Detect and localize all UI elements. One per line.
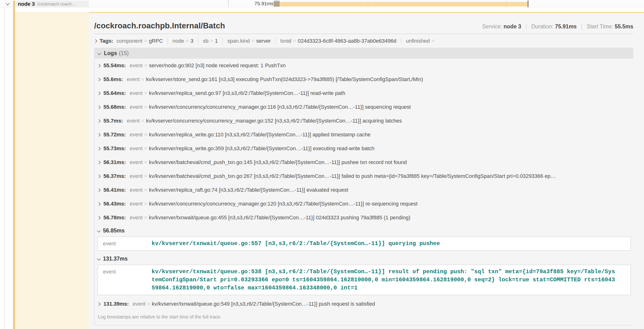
collapse-log-icon[interactable] [97,229,101,232]
log-entry[interactable]: 55.64ms: event = kv/kvserver/replica_sen… [94,86,633,100]
log-field-key: event [130,173,142,179]
span-color-bar [13,7,15,329]
expand-log-icon[interactable] [97,105,101,109]
log-entry[interactable]: 55.6ms: event = kv/kvserver/store_send.g… [94,72,633,86]
log-entry[interactable]: 56.37ms: event = kv/kvserver/batcheval/c… [94,169,633,183]
tag-item: span.kind=server [228,38,271,44]
log-equals-sign: = [144,214,147,221]
log-field-key: event [130,90,142,96]
expand-log-icon[interactable] [97,146,101,150]
log-timestamp: 56.41ms: [104,187,126,193]
collapse-log-icon[interactable] [97,257,101,260]
log-timestamp: 55.7ms: [104,118,123,124]
log-entry[interactable]: 56.78ms: event = kv/kvserver/txnwait/que… [94,211,633,224]
tags-section[interactable]: Tags: component=gRPC node=3 sb=1 span.ki… [94,38,633,44]
log-message: kv/kvserver/replica_write.go:359 [n3,s3,… [149,146,633,152]
log-timestamp: 131.39ms: [104,301,129,307]
info-separator: | [581,23,582,30]
expand-log-icon[interactable] [97,78,101,81]
info-separator: | [526,23,527,30]
log-field-key: event [130,159,142,166]
expand-log-icon[interactable] [97,302,101,306]
tag-separator [275,38,276,44]
tag-item: node=3 [172,38,193,44]
expand-log-icon[interactable] [97,216,101,220]
log-message: kv/kvserver/batcheval/cmd_push_txn.go:26… [149,173,633,179]
span-color-bar [13,1,15,7]
log-timestamp: 55.6ms: [104,76,123,82]
log-equals-sign: = [144,201,147,207]
logs-section: Logs (15) 55.54ms: event = server/node.g… [94,48,633,326]
log-entry[interactable]: 55.72ms: event = kv/kvserver/replica_wri… [94,128,633,142]
expand-log-icon[interactable] [97,188,101,192]
log-entry[interactable]: 55.7ms: event = kv/kvserver/concurrency/… [94,114,633,128]
log-fields-table: event kv/kvserver/txnwait/queue.go:538 [… [98,265,631,295]
expand-log-icon[interactable] [97,91,101,95]
log-entry[interactable]: 56.41ms: event = kv/kvserver/replica_raf… [94,183,633,197]
log-field-key: event [127,118,140,124]
log-entry-expanded: 56.85ms event kv/kvserver/txnwait/queue.… [94,224,633,251]
log-message: kv/kvserver/replica_write.go:110 [n3,s3,… [149,132,633,138]
span-detail-panel: /cockroach.roachpb.Internal/Batch Servic… [89,7,644,329]
log-timestamp: 55.64ms: [104,90,126,96]
log-tick-marks [274,1,280,7]
log-equals-sign: = [141,118,144,124]
logs-count: (15) [119,50,129,56]
span-row[interactable]: node 3 /cockroach.roach… 75.91ms [0,0,644,8]
duration-info: Duration: 75.91ms [531,23,577,30]
span-operation-name: /cockroach.roach… [37,2,76,7]
log-field-key: event [132,301,146,307]
span-name-tab[interactable]: node 3 /cockroach.roach… [15,1,89,7]
log-entry[interactable]: 55.68ms: event = kv/kvserver/concurrency… [94,100,633,114]
log-field-key: event [98,240,152,248]
log-equals-sign: = [144,132,147,138]
log-entry[interactable]: 56.43ms: event = kv/kvserver/concurrency… [94,197,633,211]
expand-log-icon[interactable] [97,174,101,178]
log-entry[interactable]: 131.39ms: event = kv/kvserver/txnwait/qu… [94,297,633,311]
log-message: kv/kvserver/replica_raft.go:74 [n3,s3,r6… [149,187,633,193]
log-timestamp: 55.73ms: [104,146,126,152]
log-equals-sign: = [141,76,144,82]
log-timestamp: 131.37ms [103,256,128,262]
expand-log-icon[interactable] [97,64,101,68]
selected-span-name-column[interactable] [15,12,89,329]
log-entry[interactable]: 55.54ms: event = server/node.go:902 [n3]… [94,59,633,72]
log-field-key: event [130,132,142,138]
log-field-value[interactable]: kv/kvserver/txnwait/queue.go:557 [n3,s3,… [152,240,616,248]
log-entry[interactable]: 55.73ms: event = kv/kvserver/replica_wri… [94,142,633,156]
log-entry[interactable]: 56.31ms: event = kv/kvserver/batcheval/c… [94,156,633,169]
log-field-value[interactable]: kv/kvserver/txnwait/queue.go:538 [n3,s3,… [152,268,616,292]
log-entry-header[interactable]: 56.85ms [94,224,633,236]
expand-tags-icon[interactable] [94,39,98,43]
log-timestamp: 56.78ms: [104,214,126,221]
expand-log-icon[interactable] [97,119,101,123]
span-service-name: node 3 [18,1,35,7]
expand-log-icon[interactable] [97,160,101,164]
tags-label: Tags: [100,38,113,44]
collapse-span-icon[interactable] [6,2,10,6]
log-entry-header[interactable]: 131.37ms [94,253,633,265]
expand-log-icon[interactable] [97,202,101,206]
logs-footer-note: Log timestamps are relative to the start… [94,311,633,325]
tag-separator [198,38,198,44]
log-field-key: event [127,76,140,82]
span-duration-bar[interactable] [273,2,528,6]
collapse-logs-icon[interactable] [98,51,101,55]
log-timestamp: 56.31ms: [104,159,126,166]
tag-item: sb=1 [203,38,218,44]
log-message: kv/kvserver/concurrency/concurrency_mana… [146,118,633,124]
log-entry-expanded: 131.37ms event kv/kvserver/txnwait/queue… [94,253,633,295]
expand-log-icon[interactable] [97,133,101,136]
log-equals-sign: = [144,173,147,179]
logs-section-header[interactable]: Logs (15) [94,48,633,59]
tree-rail-line [4,7,4,329]
span-operation-title: /cockroach.roachpb.Internal/Batch [94,21,225,30]
log-timestamp: 56.37ms: [104,173,126,179]
log-tick-mark-end [528,0,528,7]
log-equals-sign: = [144,104,147,110]
log-field-key: event [130,187,142,193]
log-message: kv/kvserver/store_send.go:161 [n3,s3] ex… [146,76,633,82]
log-equals-sign: = [144,146,147,152]
detail-top-gap [89,7,644,12]
logs-title: Logs [104,50,117,56]
